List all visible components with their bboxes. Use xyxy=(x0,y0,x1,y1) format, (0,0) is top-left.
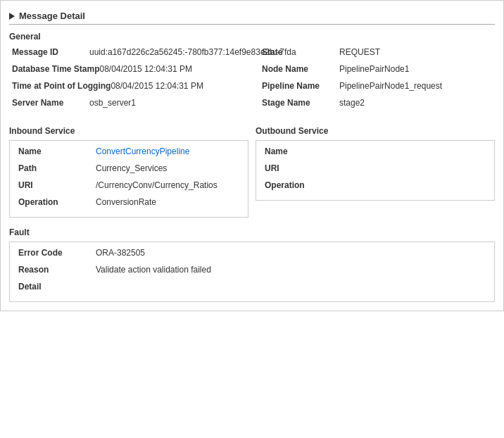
field-row-inbound-uri: URI /CurrencyConv/Currency_Ratios xyxy=(15,179,242,192)
field-label-outbound-name: Name xyxy=(265,146,342,156)
field-label-inbound-operation: Operation xyxy=(18,197,96,207)
field-row-node-name: Node Name PipelinePairNode1 xyxy=(259,63,495,75)
general-left-col: Message ID uuid:a167d226c2a56245:-780fb3… xyxy=(9,46,252,113)
field-row-outbound-uri: URI xyxy=(262,162,489,175)
general-right-col: State REQUEST Node Name PipelinePairNode… xyxy=(252,46,495,113)
general-section: General Message ID uuid:a167d226c2a56245… xyxy=(9,32,495,113)
field-row-inbound-name: Name ConvertCurrencyPipeline xyxy=(15,145,242,158)
field-label-db-timestamp: Database Time Stamp xyxy=(12,64,100,74)
field-value-reason: Validate action validation failed xyxy=(96,265,486,275)
general-layout: Message ID uuid:a167d226c2a56245:-780fb3… xyxy=(9,46,495,113)
field-label-stage-name: Stage Name xyxy=(262,98,339,108)
field-row-stage-name: Stage Name stage2 xyxy=(259,96,495,109)
field-row-state: State REQUEST xyxy=(259,46,495,58)
fault-section: Fault Error Code ORA-382505 Reason Valid… xyxy=(9,227,495,302)
field-row-inbound-path: Path Currency_Services xyxy=(15,162,242,175)
field-label-inbound-path: Path xyxy=(18,163,96,173)
page-title: Message Detail xyxy=(19,11,85,21)
field-value-pipeline-name: PipelinePairNode1_request xyxy=(339,81,492,91)
field-label-time-at-point: Time at Point of Logging xyxy=(12,81,111,91)
field-label-error-code: Error Code xyxy=(18,248,96,258)
field-row-reason: Reason Validate action validation failed xyxy=(15,263,489,276)
field-value-inbound-operation: ConversionRate xyxy=(96,197,239,207)
field-row-error-code: Error Code ORA-382505 xyxy=(15,246,489,259)
field-row-db-timestamp: Database Time Stamp 08/04/2015 12:04:31 … xyxy=(9,63,252,75)
field-label-inbound-uri: URI xyxy=(18,180,96,190)
field-row-detail: Detail xyxy=(15,280,489,293)
outbound-service-section: Outbound Service Name URI Operation xyxy=(256,119,495,220)
field-row-pipeline-name: Pipeline Name PipelinePairNode1_request xyxy=(259,80,495,92)
inbound-service-box: Name ConvertCurrencyPipeline Path Curren… xyxy=(9,140,248,218)
inbound-service-section: Inbound Service Name ConvertCurrencyPipe… xyxy=(9,119,248,220)
field-value-db-timestamp: 08/04/2015 12:04:31 PM xyxy=(100,64,250,74)
outbound-service-box: Name URI Operation xyxy=(256,140,495,201)
field-row-outbound-name: Name xyxy=(262,145,489,158)
field-value-server-name: osb_server1 xyxy=(89,98,249,108)
field-row-outbound-operation: Operation xyxy=(262,179,489,192)
field-value-inbound-name[interactable]: ConvertCurrencyPipeline xyxy=(96,146,239,156)
field-label-outbound-uri: URI xyxy=(265,163,342,173)
field-label-message-id: Message ID xyxy=(12,47,89,57)
field-value-inbound-path: Currency_Services xyxy=(96,163,239,173)
field-label-state: State xyxy=(262,47,339,57)
field-value-stage-name: stage2 xyxy=(339,98,492,108)
field-row-message-id: Message ID uuid:a167d226c2a56245:-780fb3… xyxy=(9,46,252,58)
field-label-node-name: Node Name xyxy=(262,64,339,74)
field-value-inbound-uri: /CurrencyConv/Currency_Ratios xyxy=(96,180,239,190)
field-row-server-name: Server Name osb_server1 xyxy=(9,96,252,109)
outbound-service-title: Outbound Service xyxy=(256,126,495,136)
services-layout: Inbound Service Name ConvertCurrencyPipe… xyxy=(9,119,495,220)
field-label-server-name: Server Name xyxy=(12,98,89,108)
field-value-state: REQUEST xyxy=(339,47,492,57)
message-detail-header: Message Detail xyxy=(9,6,495,25)
field-label-inbound-name: Name xyxy=(18,146,96,156)
fault-title: Fault xyxy=(9,227,495,237)
field-label-reason: Reason xyxy=(18,265,96,275)
fault-box: Error Code ORA-382505 Reason Validate ac… xyxy=(9,242,495,302)
field-value-time-at-point: 08/04/2015 12:04:31 PM xyxy=(111,81,249,91)
inbound-service-title: Inbound Service xyxy=(9,126,248,136)
page-container: Message Detail General Message ID uuid:a… xyxy=(0,0,504,311)
field-value-node-name: PipelinePairNode1 xyxy=(339,64,492,74)
field-row-time-at-point: Time at Point of Logging 08/04/2015 12:0… xyxy=(9,80,252,92)
field-row-inbound-operation: Operation ConversionRate xyxy=(15,196,242,208)
field-label-detail: Detail xyxy=(18,282,96,292)
collapse-icon[interactable] xyxy=(9,13,15,20)
field-label-outbound-operation: Operation xyxy=(265,180,342,190)
general-title: General xyxy=(9,32,495,42)
field-label-pipeline-name: Pipeline Name xyxy=(262,81,339,91)
field-value-error-code: ORA-382505 xyxy=(96,248,486,258)
